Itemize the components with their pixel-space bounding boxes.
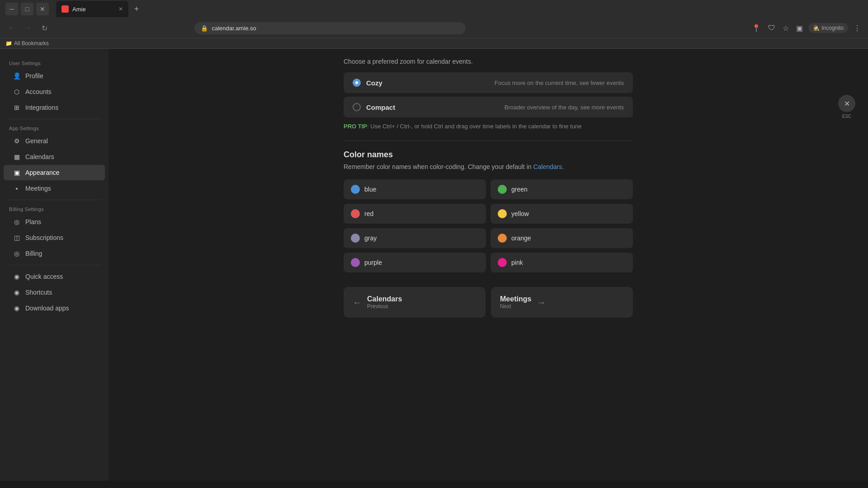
tab-close-icon[interactable]: ✕ — [118, 6, 123, 12]
sidebar-item-profile[interactable]: 👤 Profile — [4, 68, 105, 84]
compact-desc: Broader overview of the day, see more ev… — [505, 104, 624, 111]
compact-label: Compact — [366, 103, 395, 111]
sidebar-item-label: Download apps — [25, 305, 69, 312]
color-item-yellow[interactable]: yellow — [491, 204, 633, 224]
sidebar-item-accounts[interactable]: ⬡ Accounts — [4, 84, 105, 99]
prev-arrow-icon: ← — [353, 297, 362, 308]
sidebar-divider-1 — [7, 119, 101, 119]
color-item-orange[interactable]: orange — [491, 228, 633, 248]
maximize-button[interactable]: □ — [21, 3, 33, 15]
sidebar-item-quick-access[interactable]: ◉ Quick access — [4, 269, 105, 284]
nav-card-next[interactable]: → Meetings Next — [491, 287, 633, 318]
orange-label: orange — [511, 235, 531, 242]
forward-button[interactable]: → — [22, 22, 34, 34]
tab-favicon — [61, 5, 69, 13]
sidebar-item-general[interactable]: ⚙ General — [4, 133, 105, 149]
sidebar-item-plans[interactable]: ◎ Plans — [4, 214, 105, 230]
sidebar-item-billing[interactable]: ◎ Billing — [4, 246, 105, 261]
cozy-option[interactable]: Cozy Focus more on the current time, see… — [344, 72, 633, 93]
sidebar-item-meetings[interactable]: ▪ Meetings — [4, 181, 105, 196]
location-icon[interactable]: 📍 — [750, 22, 763, 34]
section-divider — [344, 141, 633, 141]
orange-dot — [498, 234, 507, 243]
cozy-option-left: Cozy — [353, 79, 382, 87]
sidebar-item-label: Accounts — [25, 88, 52, 95]
color-item-blue[interactable]: blue — [344, 179, 486, 199]
integrations-icon: ⊞ — [13, 103, 21, 112]
browser-chrome: ─ □ ✕ Amie ✕ + ← → ↻ 🔒 calendar.amie.so … — [0, 0, 868, 49]
sidebar-item-subscriptions[interactable]: ◫ Subscriptions — [4, 230, 105, 245]
nav-prev-label: Calendars — [367, 295, 402, 303]
sidebar-item-label: Integrations — [25, 104, 58, 111]
general-icon: ⚙ — [13, 137, 21, 145]
nav-card-prev[interactable]: ← Calendars Previous — [344, 287, 486, 318]
red-label: red — [364, 210, 373, 217]
sidebar-item-calendars[interactable]: ▦ Calendars — [4, 149, 105, 164]
color-item-green[interactable]: green — [491, 179, 633, 199]
pink-label: pink — [511, 259, 523, 266]
billing-settings-label: Billing Settings — [0, 204, 108, 214]
sidebar-divider-3 — [7, 265, 101, 265]
tab-title: Amie — [72, 6, 86, 13]
shield-icon[interactable]: 🛡 — [766, 22, 777, 34]
active-tab[interactable]: Amie ✕ — [56, 1, 128, 17]
color-item-red[interactable]: red — [344, 204, 486, 224]
color-names-title: Color names — [344, 150, 633, 160]
color-names-desc-suffix: . — [562, 163, 564, 170]
bookmarks-bar: 📁 All Bookmarks — [0, 38, 868, 48]
yellow-dot — [498, 209, 507, 218]
calendars-link[interactable]: Calendars — [533, 163, 562, 170]
cozy-desc: Focus more on the current time, see fewe… — [495, 80, 624, 86]
pro-tip-text: : Use Ctrl+ / Ctrl-, or hold Ctrl and dr… — [367, 123, 581, 130]
more-options-icon[interactable]: ⋮ — [852, 22, 863, 34]
color-item-purple[interactable]: purple — [344, 253, 486, 272]
sidebar-toggle-icon[interactable]: ▣ — [794, 22, 805, 34]
close-settings-esc-label: ESC — [842, 114, 852, 119]
purple-label: purple — [364, 259, 382, 266]
close-settings-button[interactable]: ✕ — [838, 95, 855, 112]
pink-dot — [498, 258, 507, 267]
sidebar-item-download-apps[interactable]: ◉ Download apps — [4, 300, 105, 316]
sidebar-item-appearance[interactable]: ▣ Appearance — [4, 165, 105, 180]
nav-next-label: Meetings — [500, 295, 531, 303]
purple-dot — [351, 258, 360, 267]
color-item-pink[interactable]: pink — [491, 253, 633, 272]
address-bar[interactable]: 🔒 calendar.amie.so — [194, 22, 466, 34]
sidebar-item-shortcuts[interactable]: ◉ Shortcuts — [4, 285, 105, 300]
gray-dot — [351, 234, 360, 243]
close-wrapper: ✕ ESC — [838, 95, 855, 119]
red-dot — [351, 209, 360, 218]
sidebar-item-integrations[interactable]: ⊞ Integrations — [4, 100, 105, 115]
sidebar-item-label: Plans — [25, 218, 41, 225]
url-text: calendar.amie.so — [212, 25, 459, 32]
sidebar: User Settings 👤 Profile ⬡ Accounts ⊞ Int… — [0, 49, 108, 481]
bookmarks-label: All Bookmarks — [14, 40, 49, 47]
sidebar-item-label: Calendars — [25, 153, 54, 160]
color-names-desc: Remember color names when color-coding. … — [344, 163, 633, 170]
calendars-icon: ▦ — [13, 153, 21, 161]
green-dot — [498, 185, 507, 194]
shortcuts-icon: ◉ — [13, 288, 21, 296]
nav-cards: ← Calendars Previous → Meetings Next — [344, 287, 633, 318]
minimize-button[interactable]: ─ — [5, 3, 18, 15]
subscriptions-icon: ◫ — [13, 234, 21, 242]
compact-option[interactable]: Compact Broader overview of the day, see… — [344, 97, 633, 117]
omnibar: ← → ↻ 🔒 calendar.amie.so 📍 🛡 ☆ ▣ 🕵 Incog… — [0, 18, 868, 38]
color-names-desc-text: Remember color names when color-coding. … — [344, 163, 533, 170]
window-close-button[interactable]: ✕ — [36, 3, 49, 15]
new-tab-button[interactable]: + — [130, 3, 143, 15]
sidebar-item-label: Quick access — [25, 273, 63, 280]
cozy-label: Cozy — [366, 79, 382, 87]
color-item-gray[interactable]: gray — [344, 228, 486, 248]
user-settings-label: User Settings — [0, 58, 108, 68]
back-button[interactable]: ← — [5, 22, 18, 34]
star-icon[interactable]: ☆ — [781, 22, 791, 34]
bookmarks-folder-icon: 📁 — [5, 40, 12, 47]
refresh-button[interactable]: ↻ — [38, 22, 51, 34]
cozy-radio-circle — [353, 79, 361, 87]
app-container: User Settings 👤 Profile ⬡ Accounts ⊞ Int… — [0, 49, 868, 481]
sidebar-item-label: Meetings — [25, 185, 51, 192]
sidebar-item-label: Billing — [25, 250, 42, 257]
browser-titlebar: ─ □ ✕ Amie ✕ + — [0, 0, 868, 18]
close-settings-icon: ✕ — [844, 99, 850, 108]
